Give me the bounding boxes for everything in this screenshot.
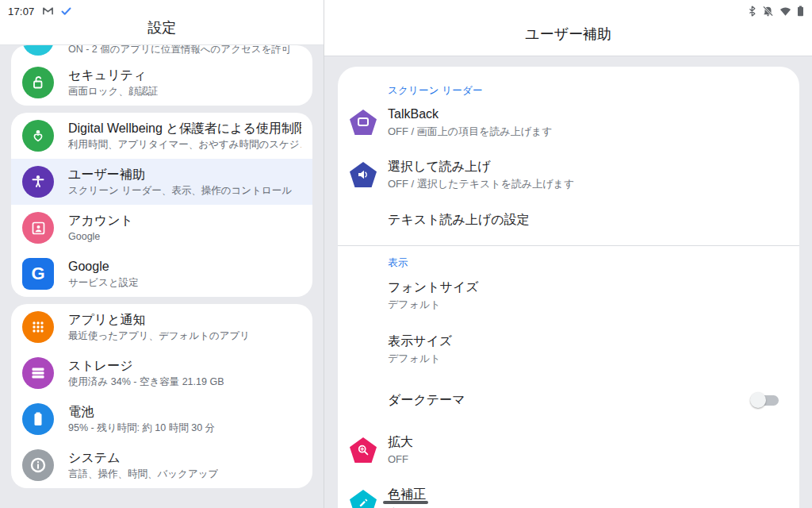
- battery-icon: [22, 403, 54, 435]
- list-item-subtitle: 最近使ったアプリ、デフォルトのアプリ: [68, 329, 250, 342]
- check-icon: [61, 7, 71, 16]
- status-bar: 17:07: [0, 0, 812, 22]
- system-info-icon: [22, 449, 54, 481]
- list-item-title: ストレージ: [68, 358, 224, 374]
- list-item-subtitle: 使用済み 34% - 空き容量 21.19 GB: [68, 375, 224, 388]
- item-tts-settings[interactable]: テキスト読み上げの設定: [338, 201, 799, 239]
- item-title: 色補正: [388, 487, 426, 502]
- item-subtitle: OFF: [388, 452, 413, 466]
- item-title: 拡大: [388, 434, 413, 450]
- battery-icon: [797, 6, 804, 17]
- accessibility-icon: [22, 166, 54, 198]
- sidebar-item-system[interactable]: システム 言語、操作、時間、バックアップ: [11, 442, 312, 488]
- talkback-icon: [350, 110, 377, 135]
- right-pane-title: ユーザー補助: [324, 25, 812, 44]
- sidebar-item-security[interactable]: セキュリティ 画面ロック、顔認証: [11, 60, 312, 106]
- section-divider: [338, 245, 799, 246]
- gmail-icon: [42, 6, 54, 16]
- bell-muted-icon: [762, 6, 774, 17]
- list-item-subtitle: 言語、操作、時間、バックアップ: [68, 468, 218, 480]
- list-item-subtitle: 利用時間、アプリタイマー、おやすみ時間のスケジュール: [68, 138, 301, 151]
- section-label-display: 表示: [388, 257, 799, 268]
- select-to-speak-icon: [350, 162, 377, 187]
- account-icon: [22, 212, 54, 244]
- accessibility-card: スクリーン リーダー TalkBack OFF / 画面上の項目を読み上げます: [338, 67, 799, 508]
- dark-theme-toggle[interactable]: [750, 392, 780, 408]
- sidebar-item-battery[interactable]: 電池 95% - 残り時間: 約 10 時間 30 分: [11, 396, 312, 442]
- item-title: 選択して読み上げ: [388, 159, 574, 175]
- sidebar-item-digital-wellbeing[interactable]: Digital Wellbeing と保護者による使用制限 利用時間、アプリタイ…: [11, 113, 312, 159]
- list-item-location-partial[interactable]: ON - 2 個のアプリに位置情報へのアクセスを許可: [11, 45, 312, 60]
- pane-divider: [324, 0, 324, 508]
- list-item-subtitle: 95% - 残り時間: 約 10 時間 30 分: [68, 421, 215, 434]
- item-title: TalkBack: [388, 106, 553, 122]
- android-settings-screen: 設定 ユーザー補助 17:07: [0, 0, 812, 508]
- settings-list: ON - 2 個のアプリに位置情報へのアクセスを許可 セキュリティ 画面ロック、…: [0, 45, 324, 508]
- item-title: 表示サイズ: [388, 333, 799, 349]
- settings-card-3: アプリと通知 最近使ったアプリ、デフォルトのアプリ ストレージ 使用済み 34%…: [11, 304, 312, 488]
- item-subtitle: OFF / 選択したテキストを読み上げます: [388, 177, 574, 190]
- item-title: ダークテーマ: [388, 392, 465, 408]
- sidebar-item-accounts[interactable]: アカウント Google: [11, 205, 312, 251]
- list-item-title: ユーザー補助: [68, 167, 292, 183]
- list-item-title: 電池: [68, 404, 215, 420]
- storage-icon: [22, 357, 54, 389]
- accessibility-panel: スクリーン リーダー TalkBack OFF / 画面上の項目を読み上げます: [324, 56, 812, 508]
- list-item-title: Google: [68, 259, 139, 275]
- item-subtitle: デフォルト: [388, 352, 799, 365]
- item-font-size[interactable]: フォントサイズ デフォルト: [338, 268, 799, 322]
- item-title: フォントサイズ: [388, 279, 799, 295]
- item-subtitle: OFF / 画面上の項目を読み上げます: [388, 125, 553, 138]
- bluetooth-icon: [748, 6, 756, 17]
- sidebar-item-apps-notifications[interactable]: アプリと通知 最近使ったアプリ、デフォルトのアプリ: [11, 304, 312, 350]
- lock-open-icon: [22, 67, 54, 98]
- list-item-title: セキュリティ: [68, 67, 158, 83]
- item-dark-theme[interactable]: ダークテーマ: [338, 376, 799, 424]
- item-title: テキスト読み上げの設定: [388, 212, 530, 228]
- apps-grid-icon: [22, 311, 54, 343]
- list-item-title: アプリと通知: [68, 312, 250, 328]
- list-item-subtitle: Google: [68, 230, 133, 243]
- sidebar-item-google[interactable]: G Google サービスと設定: [11, 251, 312, 297]
- item-magnification[interactable]: 拡大 OFF: [338, 424, 799, 476]
- item-subtitle: オフ: [388, 505, 426, 508]
- location-icon: [22, 45, 54, 56]
- list-item-subtitle: 画面ロック、顔認証: [68, 85, 158, 98]
- item-subtitle: デフォルト: [388, 298, 799, 311]
- sidebar-item-storage[interactable]: ストレージ 使用済み 34% - 空き容量 21.19 GB: [11, 350, 312, 396]
- wifi-icon: [779, 6, 791, 16]
- list-item-subtitle: ON - 2 個のアプリに位置情報へのアクセスを許可: [68, 45, 291, 56]
- list-item-subtitle: スクリーン リーダー、表示、操作のコントロール: [68, 184, 292, 197]
- list-item-title: Digital Wellbeing と保護者による使用制限: [68, 121, 301, 137]
- list-item-title: アカウント: [68, 213, 133, 229]
- sidebar-item-accessibility[interactable]: ユーザー補助 スクリーン リーダー、表示、操作のコントロール: [11, 159, 312, 205]
- item-talkback[interactable]: TalkBack OFF / 画面上の項目を読み上げます: [338, 96, 799, 148]
- settings-card-2: Digital Wellbeing と保護者による使用制限 利用時間、アプリタイ…: [11, 113, 312, 297]
- settings-card-1: ON - 2 個のアプリに位置情報へのアクセスを許可 セキュリティ 画面ロック、…: [11, 45, 312, 106]
- magnification-icon: [350, 437, 377, 463]
- section-label-screen-reader: スクリーン リーダー: [388, 85, 799, 96]
- clock: 17:07: [8, 6, 35, 17]
- item-display-size[interactable]: 表示サイズ デフォルト: [338, 322, 799, 376]
- item-select-to-speak[interactable]: 選択して読み上げ OFF / 選択したテキストを読み上げます: [338, 148, 799, 201]
- color-correction-icon: [350, 490, 377, 508]
- list-item-subtitle: サービスと設定: [68, 276, 139, 289]
- wellbeing-icon: [22, 120, 54, 152]
- gesture-navigation-handle[interactable]: [383, 501, 428, 504]
- google-g-icon: G: [22, 258, 54, 290]
- list-item-title: システム: [68, 450, 218, 466]
